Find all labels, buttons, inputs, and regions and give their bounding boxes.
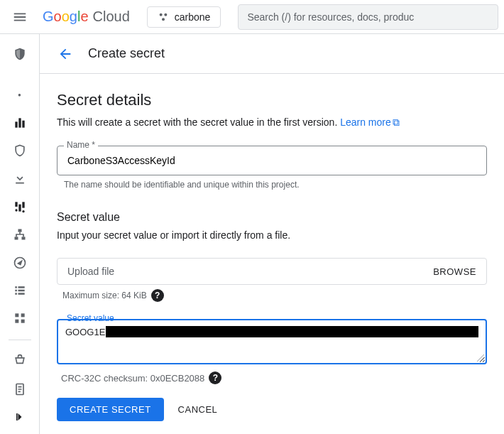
secret-value-textarea[interactable]: GOOG1E — [57, 319, 487, 364]
svg-rect-8 — [22, 202, 24, 207]
page-header: Create secret — [40, 34, 504, 74]
svg-point-0 — [159, 13, 162, 16]
svg-rect-13 — [21, 237, 25, 239]
svg-rect-11 — [18, 229, 21, 232]
svg-rect-5 — [22, 120, 24, 127]
download-icon[interactable] — [6, 169, 34, 188]
learn-more-link[interactable]: Learn more — [340, 116, 391, 128]
svg-rect-3 — [15, 121, 17, 127]
svg-rect-19 — [15, 293, 17, 295]
apps-icon[interactable] — [6, 309, 34, 328]
upload-placeholder: Upload file — [67, 266, 433, 277]
help-icon[interactable]: ? — [209, 371, 221, 384]
svg-point-9 — [15, 209, 17, 211]
search-input[interactable]: Search (/) for resources, docs, produc — [238, 4, 498, 30]
svg-rect-26 — [16, 413, 18, 421]
project-icon — [158, 11, 169, 23]
hamburger-menu-icon[interactable] — [6, 3, 34, 31]
browse-button[interactable]: BROWSE — [433, 266, 476, 277]
project-name: carbone — [175, 11, 211, 23]
svg-point-2 — [162, 18, 165, 21]
svg-rect-12 — [14, 237, 18, 239]
svg-rect-23 — [15, 320, 18, 323]
top-bar: Google Cloud carbone Search (/) for reso… — [0, 0, 504, 34]
name-helper-text: The name should be identifiable and uniq… — [64, 180, 487, 190]
project-picker[interactable]: carbone — [147, 6, 221, 28]
help-icon[interactable]: ? — [151, 289, 164, 302]
svg-rect-15 — [15, 286, 17, 288]
resize-handle-icon[interactable] — [477, 354, 484, 362]
svg-rect-22 — [21, 314, 24, 318]
svg-point-1 — [164, 13, 167, 16]
back-arrow-icon[interactable] — [57, 45, 74, 63]
svg-rect-4 — [18, 118, 21, 127]
left-nav-rail: ● — [0, 34, 40, 434]
checksum-row: CRC-32C checksum: 0x0ECB2088 ? — [61, 371, 487, 384]
expand-rail-icon[interactable] — [6, 408, 34, 427]
svg-rect-16 — [18, 286, 24, 288]
security-outline-icon[interactable] — [6, 141, 34, 160]
cart-icon[interactable] — [6, 352, 34, 371]
secret-value-description: Input your secret value or import it dir… — [57, 229, 487, 241]
page-title: Create secret — [88, 46, 165, 61]
list-icon[interactable] — [6, 281, 34, 300]
svg-rect-20 — [18, 293, 24, 295]
google-cloud-logo[interactable]: Google Cloud — [43, 9, 130, 25]
secret-value-heading: Secret value — [57, 211, 487, 224]
section-heading: Secret details — [57, 91, 487, 109]
external-link-icon: ⧉ — [393, 116, 400, 128]
svg-rect-17 — [15, 290, 17, 292]
name-label: Name — [64, 140, 98, 150]
svg-point-10 — [22, 210, 24, 212]
shield-icon[interactable] — [6, 44, 34, 63]
compass-icon[interactable] — [6, 253, 34, 272]
secret-value-field-wrap: Secret value GOOG1E — [57, 319, 487, 364]
document-icon[interactable] — [6, 379, 34, 398]
max-size-row: Maximum size: 64 KiB ? — [62, 289, 487, 302]
create-secret-button[interactable]: CREATE SECRET — [57, 398, 164, 421]
dot-icon[interactable]: ● — [6, 85, 34, 104]
name-field-wrap: Name — [57, 146, 487, 175]
svg-rect-21 — [15, 314, 18, 318]
section-description: This will create a secret with the secre… — [57, 116, 487, 129]
svg-rect-6 — [15, 202, 17, 207]
svg-rect-7 — [18, 204, 21, 211]
name-input[interactable] — [57, 146, 487, 175]
footer-actions: CREATE SECRET CANCEL — [40, 385, 504, 434]
secret-value-redacted — [106, 326, 478, 337]
cancel-button[interactable]: CANCEL — [178, 404, 218, 415]
hierarchy-icon[interactable] — [6, 224, 34, 244]
svg-rect-18 — [18, 290, 24, 292]
dashboard-icon[interactable] — [6, 113, 34, 132]
svg-rect-24 — [21, 320, 24, 323]
secret-value-visible-prefix: GOOG1E — [65, 327, 105, 337]
tune-icon[interactable] — [6, 197, 34, 216]
content-area: Create secret Secret details This will c… — [40, 34, 504, 434]
upload-file-row: Upload file BROWSE — [57, 258, 487, 285]
